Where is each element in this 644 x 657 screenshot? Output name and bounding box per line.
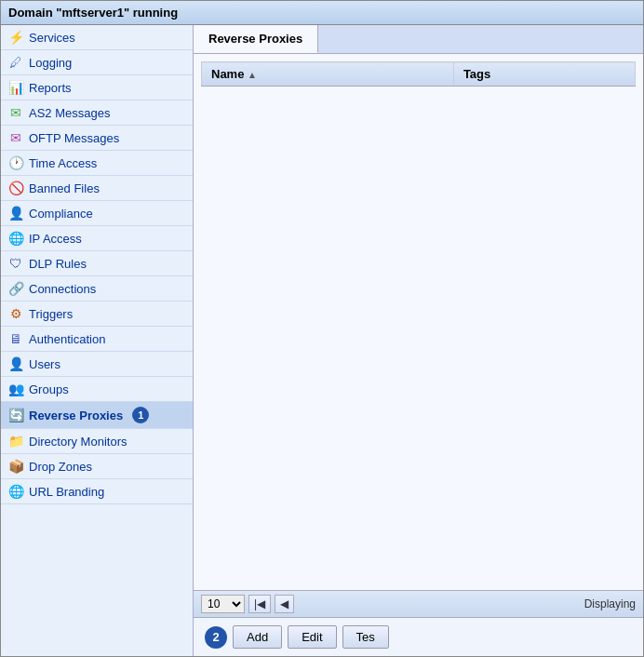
window-title: Domain "mftserver1" running xyxy=(8,6,178,20)
step-badge: 2 xyxy=(205,626,227,649)
content-area: ⚡Services🖊Logging📊Reports✉AS2 Messages✉O… xyxy=(1,25,643,656)
sidebar-item-oftpmessages[interactable]: ✉OFTP Messages xyxy=(1,126,193,151)
dropzones-icon: 📦 xyxy=(8,459,23,474)
services-icon: ⚡ xyxy=(8,30,23,45)
tab-bar: Reverse Proxies xyxy=(194,25,643,54)
table-area: Name ▲ Tags xyxy=(194,54,643,590)
prev-page-button[interactable]: ◀ xyxy=(275,595,294,613)
sidebar-item-users[interactable]: 👤Users xyxy=(1,352,193,377)
sidebar-item-logging[interactable]: 🖊Logging xyxy=(1,50,193,75)
sidebar-item-authentication[interactable]: 🖥Authentication xyxy=(1,327,193,352)
timeaccess-icon: 🕐 xyxy=(8,155,23,170)
tab-reverse-proxies[interactable]: Reverse Proxies xyxy=(194,25,318,53)
reverse-proxies-table: Name ▲ Tags xyxy=(201,61,636,87)
bannedfiles-icon: 🚫 xyxy=(8,181,23,195)
sidebar-label-as2messages: AS2 Messages xyxy=(29,106,110,120)
sidebar-label-dropzones: Drop Zones xyxy=(29,460,92,474)
first-page-button[interactable]: |◀ xyxy=(248,595,271,613)
sidebar-label-users: Users xyxy=(29,357,60,371)
groups-icon: 👥 xyxy=(8,382,23,396)
sidebar-item-compliance[interactable]: 👤Compliance xyxy=(1,201,193,226)
sidebar-item-groups[interactable]: 👥Groups xyxy=(1,377,193,402)
sidebar: ⚡Services🖊Logging📊Reports✉AS2 Messages✉O… xyxy=(1,25,194,656)
sidebar-item-ipaccess[interactable]: 🌐IP Access xyxy=(1,226,193,251)
sidebar-item-services[interactable]: ⚡Services xyxy=(1,25,193,50)
sidebar-item-reverseproxies[interactable]: 🔄Reverse Proxies1 xyxy=(1,402,193,429)
as2messages-icon: ✉ xyxy=(8,105,23,120)
sidebar-label-dlprules: DLP Rules xyxy=(29,257,87,271)
sidebar-label-urlbranding: URL Branding xyxy=(29,485,104,499)
authentication-icon: 🖥 xyxy=(8,331,23,346)
sidebar-item-bannedfiles[interactable]: 🚫Banned Files xyxy=(1,176,193,201)
logging-icon: 🖊 xyxy=(8,55,23,70)
reports-icon: 📊 xyxy=(8,80,23,95)
oftpmessages-icon: ✉ xyxy=(8,130,23,145)
sidebar-item-dropzones[interactable]: 📦Drop Zones xyxy=(1,454,193,479)
pagination-bar: 10 25 50 100 |◀ ◀ Displaying xyxy=(194,590,643,618)
sidebar-item-urlbranding[interactable]: 🌐URL Branding xyxy=(1,479,193,504)
sidebar-label-groups: Groups xyxy=(29,382,69,396)
sidebar-badge-reverseproxies: 1 xyxy=(132,407,149,423)
sidebar-label-compliance: Compliance xyxy=(29,207,93,221)
sidebar-label-authentication: Authentication xyxy=(29,332,105,346)
sidebar-label-services: Services xyxy=(29,31,75,45)
urlbranding-icon: 🌐 xyxy=(8,484,23,499)
app-window: Domain "mftserver1" running ⚡Services🖊Lo… xyxy=(0,0,644,657)
test-button[interactable]: Tes xyxy=(342,625,389,649)
sidebar-label-logging: Logging xyxy=(29,56,72,70)
sidebar-label-reports: Reports xyxy=(29,81,72,95)
main-panel: Reverse Proxies Name ▲ Tags xyxy=(194,25,643,656)
sidebar-item-triggers[interactable]: ⚙Triggers xyxy=(1,302,193,327)
reverseproxies-icon: 🔄 xyxy=(8,408,23,422)
sidebar-label-oftpmessages: OFTP Messages xyxy=(29,131,119,145)
col-name[interactable]: Name ▲ xyxy=(202,62,454,87)
sidebar-item-connections[interactable]: 🔗Connections xyxy=(1,276,193,302)
sidebar-label-bannedfiles: Banned Files xyxy=(29,181,100,195)
sort-asc-icon: ▲ xyxy=(248,70,257,80)
sidebar-item-reports[interactable]: 📊Reports xyxy=(1,75,193,101)
compliance-icon: 👤 xyxy=(8,206,23,221)
sidebar-label-ipaccess: IP Access xyxy=(29,232,82,246)
action-bar: 2 Add Edit Tes xyxy=(194,618,643,656)
per-page-select[interactable]: 10 25 50 100 xyxy=(201,595,245,613)
sidebar-item-directorymonitors[interactable]: 📁Directory Monitors xyxy=(1,429,193,454)
sidebar-label-timeaccess: Time Access xyxy=(29,156,97,170)
displaying-text: Displaying xyxy=(584,597,636,610)
triggers-icon: ⚙ xyxy=(8,306,23,321)
sidebar-item-dlprules[interactable]: 🛡DLP Rules xyxy=(1,251,193,276)
users-icon: 👤 xyxy=(8,356,23,371)
connections-icon: 🔗 xyxy=(8,281,23,296)
title-bar: Domain "mftserver1" running xyxy=(1,1,643,25)
ipaccess-icon: 🌐 xyxy=(8,231,23,246)
sidebar-label-reverseproxies: Reverse Proxies xyxy=(29,409,123,422)
sidebar-item-timeaccess[interactable]: 🕐Time Access xyxy=(1,151,193,176)
add-button[interactable]: Add xyxy=(233,625,282,649)
edit-button[interactable]: Edit xyxy=(288,625,336,649)
sidebar-item-as2messages[interactable]: ✉AS2 Messages xyxy=(1,101,193,126)
sidebar-label-triggers: Triggers xyxy=(29,307,73,321)
col-tags[interactable]: Tags xyxy=(453,62,635,87)
directorymonitors-icon: 📁 xyxy=(8,434,23,449)
sidebar-label-directorymonitors: Directory Monitors xyxy=(29,435,127,449)
dlprules-icon: 🛡 xyxy=(8,256,23,271)
sidebar-label-connections: Connections xyxy=(29,282,96,296)
